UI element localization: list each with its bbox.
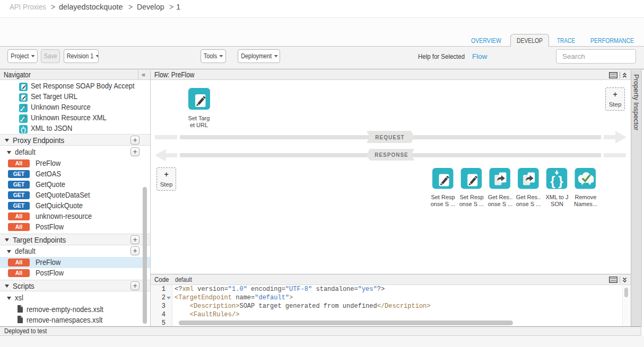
svg-text:REQUEST: REQUEST: [375, 135, 404, 140]
svg-text:RESPONSE: RESPONSE: [375, 152, 408, 158]
svg-text:}: }: [558, 174, 563, 188]
svg-text:{: {: [550, 174, 555, 188]
